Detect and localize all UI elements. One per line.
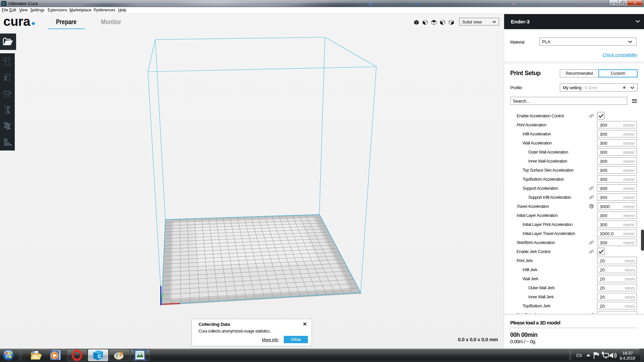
svg-text:CS: CS — [576, 353, 582, 358]
svg-text:C: C — [98, 353, 101, 359]
svg-text:16:37: 16:37 — [623, 351, 633, 356]
svg-text:x: x — [5, 140, 7, 144]
svg-text:fx: fx — [590, 205, 593, 208]
svg-text:8.4.2019: 8.4.2019 — [620, 356, 635, 361]
